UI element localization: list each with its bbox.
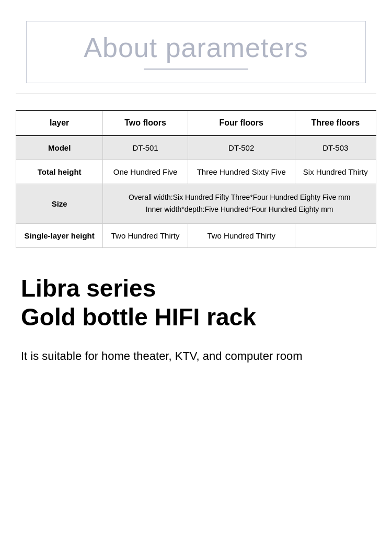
table-header-row: layer Two floors Four floors Three floor… xyxy=(16,110,376,135)
cell-single-two-floors: Two Hundred Thirty xyxy=(103,224,188,248)
row-label-single-layer: Single-layer height xyxy=(16,224,103,248)
row-label-total-height: Total height xyxy=(16,160,103,184)
product-description: It is suitable for home theater, KTV, an… xyxy=(21,347,371,365)
cell-size-merged: Overall width:Six Hundred Fifty Three*Fo… xyxy=(103,184,376,224)
product-title-line1: Libra series xyxy=(21,274,371,303)
product-title-line2: Gold bottle HIFI rack xyxy=(21,303,371,332)
params-table: layer Two floors Four floors Three floor… xyxy=(16,110,376,248)
section-divider xyxy=(16,94,376,94)
table-row: Model DT-501 DT-502 DT-503 xyxy=(16,135,376,160)
cell-model-dt502: DT-502 xyxy=(188,135,295,160)
page-container: About parameters layer Two floors Four f… xyxy=(0,0,392,386)
cell-height-four-floors: Three Hundred Sixty Five xyxy=(188,160,295,184)
cell-model-dt501: DT-501 xyxy=(103,135,188,160)
header-title: About parameters xyxy=(42,32,350,63)
product-title: Libra series Gold bottle HIFI rack xyxy=(21,274,371,332)
cell-height-three-floors: Six Hundred Thirty xyxy=(295,160,376,184)
table-row: Single-layer height Two Hundred Thirty T… xyxy=(16,224,376,248)
header-underline xyxy=(144,69,248,70)
col-header-three-floors: Three floors xyxy=(295,110,376,135)
row-label-size: Size xyxy=(16,184,103,224)
size-line1: Overall width:Six Hundred Fifty Three*Fo… xyxy=(129,193,351,201)
cell-height-two-floors: One Hundred Five xyxy=(103,160,188,184)
table-row: Size Overall width:Six Hundred Fifty Thr… xyxy=(16,184,376,224)
row-label-model: Model xyxy=(16,135,103,160)
header-box: About parameters xyxy=(26,21,366,83)
col-header-four-floors: Four floors xyxy=(188,110,295,135)
cell-model-dt503: DT-503 xyxy=(295,135,376,160)
col-header-two-floors: Two floors xyxy=(103,110,188,135)
cell-single-three-floors xyxy=(295,224,376,248)
product-section: Libra series Gold bottle HIFI rack It is… xyxy=(16,269,376,365)
cell-single-four-floors: Two Hundred Thirty xyxy=(188,224,295,248)
size-line2: Inner width*depth:Five Hundred*Four Hund… xyxy=(146,205,333,213)
col-header-layer: layer xyxy=(16,110,103,135)
table-row: Total height One Hundred Five Three Hund… xyxy=(16,160,376,184)
